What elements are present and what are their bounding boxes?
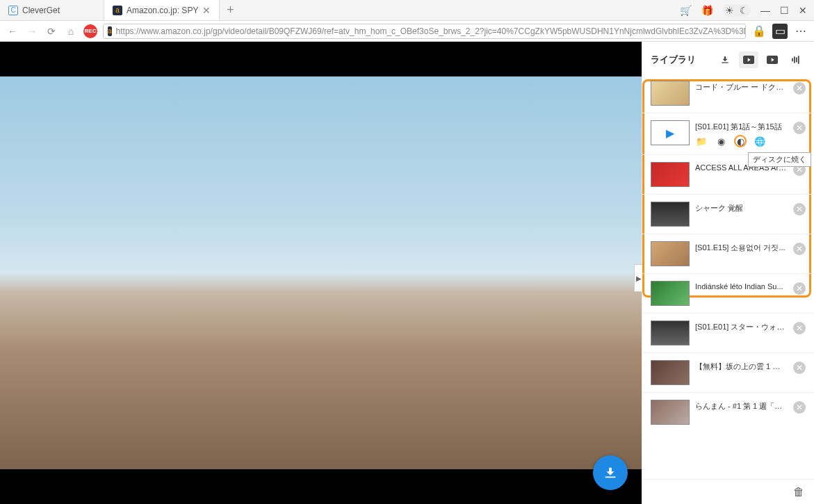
tab-label: Amazon.co.jp: SPY [127, 6, 198, 15]
thumbnail [651, 281, 690, 306]
record-button[interactable]: REC [83, 24, 97, 38]
item-title: Indiánské léto Indian Su... [695, 281, 788, 291]
amazon-icon: a [113, 6, 122, 15]
tab-label: CleverGet [22, 6, 60, 15]
svg-rect-4 [796, 58, 797, 63]
list-item[interactable]: コード・ブルー ー ドクターヘリ緊... ✕ [642, 74, 814, 113]
tab-cleverget[interactable]: C CleverGet [0, 0, 104, 20]
item-title: コード・ブルー ー ドクターヘリ緊... [695, 81, 788, 92]
lock-icon[interactable]: 🔒 [751, 24, 767, 39]
forward-button[interactable]: → [25, 26, 39, 37]
gift-icon[interactable]: 🎁 [701, 5, 713, 16]
remove-item-button[interactable]: ✕ [793, 203, 806, 216]
thumbnail [651, 320, 690, 346]
remove-item-button[interactable]: ✕ [793, 361, 806, 374]
home-button[interactable]: ⌂ [64, 26, 78, 37]
list-item[interactable]: シャーク 覚醒 ✕ [642, 195, 814, 234]
content-area: ▶ ライブラリ コード・ブルー ー ドクターヘリ緊... ✕ ▶ [S01.E0… [0, 42, 814, 504]
audio-tab-button[interactable] [786, 51, 806, 68]
download-icon [603, 465, 618, 480]
address-bar: ← → ⟳ ⌂ REC a https://www.amazon.co.jp/g… [0, 21, 814, 42]
burn-disc-button[interactable]: ◐ [734, 135, 747, 147]
thumbnail [651, 162, 690, 187]
thumbnail: ▶ [651, 120, 690, 145]
play-button[interactable]: ◉ [715, 135, 727, 147]
menu-button[interactable]: ⋯ [793, 24, 808, 39]
tab-strip: C CleverGet a Amazon.co.jp: SPY ✕ + [0, 0, 673, 20]
remove-item-button[interactable]: ✕ [793, 82, 806, 95]
remove-item-button[interactable]: ✕ [793, 122, 806, 134]
downloads-tab-button[interactable] [715, 51, 735, 68]
sidebar-title: ライブラリ [651, 54, 711, 66]
window-controls: 🛒 🎁 ☀☾ — ☐ ✕ [673, 0, 814, 20]
pip-icon[interactable]: ▭ [772, 24, 788, 39]
maximize-button[interactable]: ☐ [780, 5, 789, 16]
library-list[interactable]: コード・ブルー ー ドクターヘリ緊... ✕ ▶ [S01.E01] 第1話～第… [642, 74, 814, 479]
item-title: [S01.E01] スター・ウォーズ：... [695, 320, 788, 332]
remove-item-button[interactable]: ✕ [793, 282, 806, 295]
cleverget-icon: C [8, 6, 18, 15]
tooltip: ディスクに焼く [748, 152, 811, 167]
amazon-icon: a [108, 26, 112, 36]
video2-tab-button[interactable] [763, 51, 782, 68]
list-item[interactable]: [S01.E15] 소용없어 거짓... ✕ [642, 234, 814, 274]
reload-button[interactable]: ⟳ [44, 26, 58, 37]
thumbnail [651, 81, 690, 106]
list-item[interactable]: 【無料】坂の上の雲 1 回 ... ✕ [642, 353, 814, 393]
thumbnail [651, 202, 690, 227]
library-sidebar: ▶ ライブラリ コード・ブルー ー ドクターヘリ緊... ✕ ▶ [S01.E0… [642, 42, 814, 504]
web-button[interactable]: 🌐 [754, 135, 766, 147]
theme-toggle[interactable]: ☀☾ [723, 4, 751, 17]
item-title: [S01.E15] 소용없어 거짓... [695, 241, 788, 253]
video-player[interactable] [0, 42, 642, 504]
list-item[interactable]: らんまん - #1 第 1 週「バイカ... ✕ [642, 393, 814, 432]
thumbnail [651, 241, 690, 266]
remove-item-button[interactable]: ✕ [793, 243, 806, 255]
collapse-sidebar-button[interactable]: ▶ [634, 264, 642, 292]
tab-amazon[interactable]: a Amazon.co.jp: SPY ✕ [104, 0, 220, 20]
back-button[interactable]: ← [6, 26, 19, 37]
svg-rect-3 [794, 56, 795, 63]
video-frame [0, 76, 642, 469]
item-title: らんまん - #1 第 1 週「バイカ... [695, 400, 788, 412]
open-folder-button[interactable]: 📁 [695, 135, 708, 147]
remove-item-button[interactable]: ✕ [793, 322, 806, 334]
new-tab-button[interactable]: + [220, 0, 241, 20]
list-item[interactable]: ▶ [S01.E01] 第1話～第15話 📁 ◉ ◐ 🌐 ✕ ディスクに焼く [642, 113, 814, 155]
cart-icon[interactable]: 🛒 [680, 5, 692, 16]
trash-button[interactable]: 🗑 [793, 486, 804, 498]
sidebar-footer: 🗑 [642, 479, 814, 504]
thumbnail [651, 400, 690, 425]
item-title: シャーク 覚醒 [695, 202, 788, 213]
title-bar: C CleverGet a Amazon.co.jp: SPY ✕ + 🛒 🎁 … [0, 0, 814, 21]
svg-rect-5 [798, 56, 799, 64]
thumbnail [651, 360, 690, 385]
close-window-button[interactable]: ✕ [799, 5, 807, 16]
url-text: https://www.amazon.co.jp/gp/video/detail… [116, 26, 746, 36]
list-item[interactable]: Indiánské léto Indian Su... ✕ [642, 274, 814, 314]
video-tab-button[interactable] [739, 51, 758, 68]
item-title: 【無料】坂の上の雲 1 回 ... [695, 360, 788, 372]
item-title: [S01.E01] 第1話～第15話 [695, 120, 788, 132]
minimize-button[interactable]: — [760, 5, 770, 16]
list-item[interactable]: [S01.E01] スター・ウォーズ：... ✕ [642, 314, 814, 353]
item-actions: 📁 ◉ ◐ 🌐 [695, 132, 788, 147]
close-tab-icon[interactable]: ✕ [202, 5, 211, 16]
remove-item-button[interactable]: ✕ [793, 401, 806, 414]
url-input[interactable]: a https://www.amazon.co.jp/gp/video/deta… [103, 24, 746, 39]
download-button[interactable] [593, 455, 628, 490]
svg-rect-2 [792, 58, 793, 62]
sidebar-header: ライブラリ [642, 46, 814, 74]
